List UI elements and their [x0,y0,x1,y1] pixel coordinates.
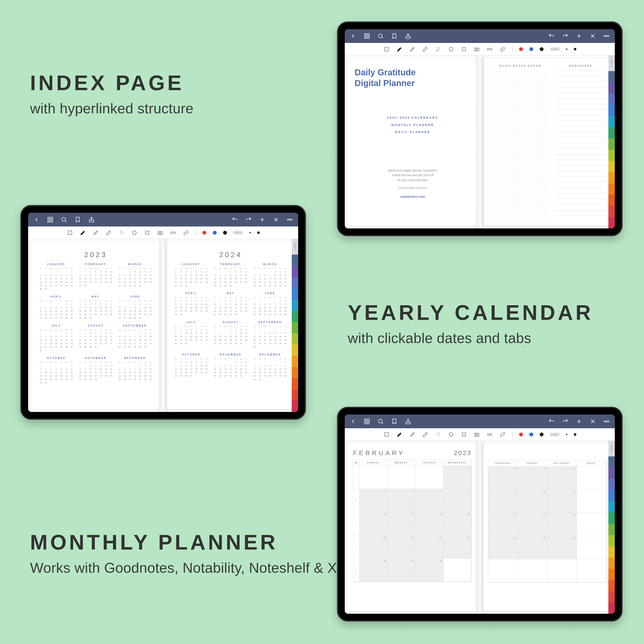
color-blue[interactable] [529,47,533,51]
mini-month-december[interactable]: DECEMBERMoTuWeThFrSaSu123456789101112131… [117,357,153,384]
day-cell[interactable]: 9 [179,303,183,306]
day-cell[interactable]: 22 [233,371,238,374]
day-cell[interactable]: 25 [143,281,148,284]
day-cell[interactable]: 18 [263,371,267,374]
day-cell[interactable]: 14 [278,335,283,338]
promo-url[interactable]: onplanners.com [355,194,471,199]
day-cell[interactable]: 30 [179,284,183,287]
day-cell[interactable]: 26 [199,371,204,374]
day-cell[interactable]: 30 [133,284,137,287]
day-cell[interactable]: 21 [64,281,69,284]
day-cell[interactable]: 12 [98,306,103,309]
day-cell[interactable]: 16 [88,339,93,342]
day-cell[interactable]: 20 [223,371,228,374]
month-day-cell[interactable]: 15 [444,512,471,535]
day-cell[interactable]: 4 [98,332,103,335]
day-cell[interactable]: 8 [64,335,69,338]
day-cell[interactable]: 26 [263,313,267,316]
day-cell[interactable]: 12 [199,364,204,367]
day-cell[interactable]: 31 [189,374,194,377]
day-cell[interactable]: 29 [69,284,74,287]
day-cell[interactable]: 25 [189,310,194,313]
day-cell[interactable]: 16 [233,335,238,338]
day-cell[interactable]: 24 [257,374,262,377]
month-day-cell[interactable] [387,466,415,489]
day-cell[interactable]: 30 [143,378,148,381]
day-cell[interactable]: 3 [98,364,103,367]
day-cell[interactable]: 7 [78,335,83,338]
day-cell[interactable]: 27 [223,374,228,377]
day-cell[interactable]: 29 [283,342,288,345]
day-cell[interactable]: 2 [278,270,283,273]
day-cell[interactable]: 4 [244,328,248,331]
day-cell[interactable]: 19 [218,371,223,374]
day-cell[interactable]: 5 [54,368,59,371]
day-cell[interactable]: 4 [117,335,122,338]
day-cell[interactable]: 12 [122,371,127,374]
day-cell[interactable]: 5 [257,274,262,277]
day-cell[interactable]: 13 [103,306,108,309]
day-cell[interactable]: 9 [38,277,43,280]
day-cell[interactable]: 11 [49,371,53,374]
day-cell[interactable]: 7 [223,332,228,335]
add-icon[interactable] [259,216,266,223]
day-cell[interactable]: 24 [283,281,288,284]
day-cell[interactable]: 17 [184,335,188,338]
day-cell[interactable]: 2 [184,361,188,364]
day-cell[interactable]: 28 [83,284,88,287]
day-cell[interactable]: 24 [244,371,248,374]
day-cell[interactable]: 14 [218,306,223,309]
day-cell[interactable]: 10 [93,335,98,338]
day-cell[interactable]: 3 [244,361,248,364]
day-cell[interactable]: 23 [228,310,233,313]
day-cell[interactable]: 4 [44,335,48,338]
mini-month-december[interactable]: DECEMBERMoTuWeThFrSaSu123456789101112131… [252,353,288,381]
day-cell[interactable]: 5 [263,303,267,306]
month-day-cell[interactable]: 8 [444,489,471,512]
day-cell[interactable]: 9 [93,274,98,277]
day-cell[interactable]: 17 [88,310,93,313]
pen-tool-icon[interactable] [396,431,403,438]
day-cell[interactable]: 16 [179,277,183,280]
day-cell[interactable]: 21 [223,339,228,342]
day-cell[interactable]: 23 [69,342,74,345]
day-cell[interactable]: 23 [179,281,183,284]
day-cell[interactable]: 7 [64,368,69,371]
day-cell[interactable]: 4 [117,368,122,371]
link-tool-icon[interactable] [183,229,189,236]
day-cell[interactable]: 27 [54,316,59,319]
day-cell[interactable]: 1 [138,332,143,335]
day-cell[interactable]: 3 [93,332,98,335]
side-tab-jun[interactable] [608,535,615,546]
day-cell[interactable]: 22 [283,339,288,342]
day-cell[interactable]: 22 [64,342,69,345]
day-cell[interactable]: 3 [143,303,148,306]
day-cell[interactable]: 9 [83,306,88,309]
day-cell[interactable]: 7 [109,303,113,306]
day-cell[interactable]: 5 [49,306,53,309]
day-cell[interactable]: 5 [213,332,218,335]
day-cell[interactable]: 2 [228,299,233,302]
day-cell[interactable]: 16 [278,277,283,280]
day-cell[interactable]: 21 [59,342,64,345]
day-cell[interactable]: 6 [213,303,218,306]
day-cell[interactable]: 17 [148,339,153,342]
day-cell[interactable]: 30 [179,313,183,316]
day-cell[interactable]: 17 [44,374,48,377]
day-cell[interactable]: 20 [78,374,83,377]
day-cell[interactable]: 14 [278,368,283,371]
day-cell[interactable]: 18 [189,277,194,280]
day-cell[interactable]: 24 [148,374,153,377]
day-cell[interactable]: 24 [38,345,43,348]
day-cell[interactable]: 6 [78,368,83,371]
day-cell[interactable]: 8 [133,306,137,309]
day-cell[interactable]: 19 [263,310,267,313]
day-cell[interactable]: 5 [98,303,103,306]
day-cell[interactable]: 3 [233,299,238,302]
day-cell[interactable]: 2 [252,364,257,367]
day-cell[interactable]: 30 [38,381,43,384]
day-cell[interactable]: 29 [233,374,238,377]
day-cell[interactable]: 11 [103,274,108,277]
month-day-cell[interactable]: 24 [518,536,547,559]
day-cell[interactable]: 15 [223,306,228,309]
